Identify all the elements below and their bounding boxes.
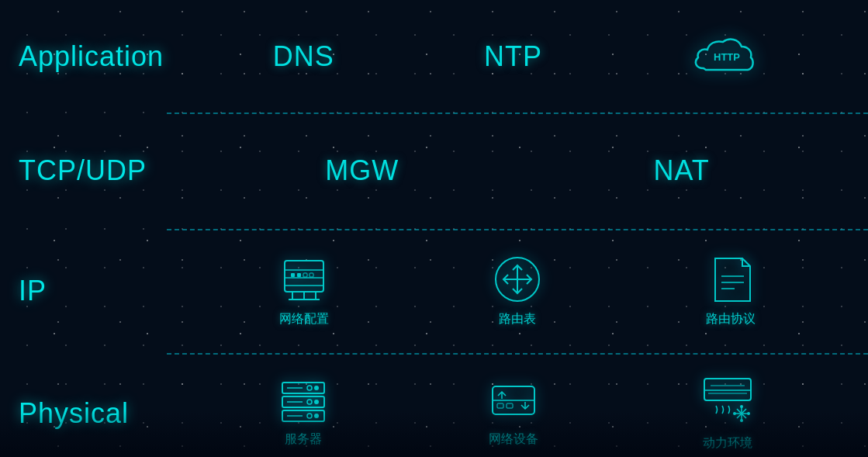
server-label: 服务器 bbox=[285, 431, 322, 448]
server-item: 服务器 bbox=[276, 379, 330, 448]
routing-protocol-item: 路由协议 bbox=[704, 254, 758, 327]
routing-protocol-label: 路由协议 bbox=[706, 311, 756, 327]
power-env-label: 动力环境 bbox=[703, 435, 752, 452]
mgw-label: MGW bbox=[325, 154, 399, 187]
physical-layer-label: Physical bbox=[0, 353, 167, 457]
routing-table-label: 路由表 bbox=[499, 311, 536, 327]
nat-label: NAT bbox=[653, 154, 709, 187]
physical-layer-content: 服务器 网络设备 bbox=[167, 353, 868, 457]
power-env-item: 动力环境 bbox=[697, 375, 759, 452]
http-icon: HTTP bbox=[692, 29, 762, 84]
divider-2 bbox=[167, 229, 868, 230]
svg-point-23 bbox=[307, 386, 312, 390]
network-config-label: 网络配置 bbox=[279, 311, 329, 327]
network-device-item: 网络设备 bbox=[486, 379, 541, 448]
svg-point-47 bbox=[733, 412, 736, 415]
svg-point-26 bbox=[314, 414, 319, 418]
divider-3 bbox=[167, 353, 868, 355]
svg-point-46 bbox=[740, 419, 743, 422]
svg-rect-8 bbox=[310, 273, 313, 277]
svg-point-27 bbox=[307, 414, 312, 418]
application-layer-label: Application bbox=[0, 0, 167, 113]
svg-rect-7 bbox=[303, 273, 307, 277]
svg-point-25 bbox=[307, 400, 312, 404]
routing-table-item: 路由表 bbox=[490, 254, 545, 327]
svg-rect-36 bbox=[507, 403, 513, 408]
svg-rect-35 bbox=[497, 403, 503, 408]
network-config-item: 网络配置 bbox=[277, 254, 331, 327]
dns-label: DNS bbox=[273, 40, 334, 73]
svg-text:HTTP: HTTP bbox=[714, 51, 740, 63]
svg-point-48 bbox=[747, 412, 750, 415]
svg-point-22 bbox=[314, 386, 319, 390]
ip-layer-content: 网络配置 路由表 bbox=[167, 229, 868, 353]
svg-rect-1 bbox=[285, 261, 323, 292]
network-device-label: 网络设备 bbox=[489, 431, 538, 448]
application-layer-content: DNS NTP HTTP bbox=[167, 0, 868, 113]
ntp-label: NTP bbox=[484, 40, 542, 73]
ip-layer-label: IP bbox=[0, 229, 167, 353]
svg-rect-6 bbox=[297, 273, 301, 277]
tcp-udp-layer-label: TCP/UDP bbox=[0, 113, 167, 229]
svg-point-24 bbox=[314, 400, 319, 404]
divider-1 bbox=[167, 113, 868, 114]
svg-point-45 bbox=[740, 405, 743, 408]
svg-rect-5 bbox=[291, 273, 295, 277]
tcp-udp-layer-content: MGW NAT bbox=[167, 113, 868, 229]
svg-rect-37 bbox=[704, 379, 751, 400]
